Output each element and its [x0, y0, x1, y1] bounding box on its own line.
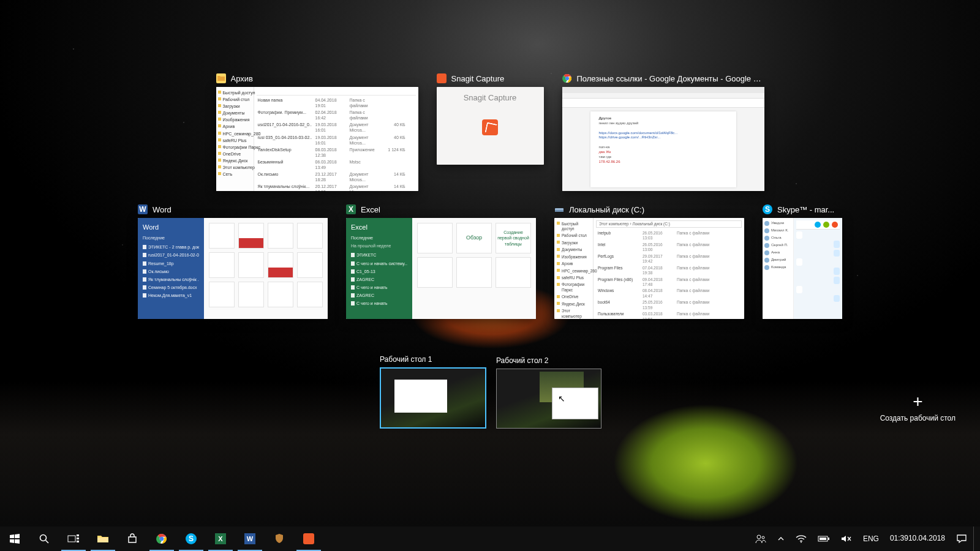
chrome-icon [156, 533, 167, 544]
svg-rect-10 [77, 541, 79, 542]
tray-overflow[interactable] [772, 527, 790, 551]
desktop-1[interactable]: Рабочий стол 1 [380, 355, 484, 429]
volume-mute-icon [841, 534, 852, 543]
tray-wifi[interactable] [791, 527, 812, 551]
tray-clock[interactable]: 01:39 10.04.2018 [885, 527, 950, 551]
window-thumb-localdisk[interactable]: Локальный диск (C:) Быстрый доступРабочи… [554, 204, 744, 319]
svg-rect-4 [555, 210, 564, 212]
snagit-icon [303, 533, 314, 544]
window-thumb-chrome[interactable]: Полезные ссылки - Google Документы - Goo… [562, 73, 764, 191]
snagit-icon [437, 73, 447, 83]
svg-rect-19 [820, 538, 826, 540]
svg-rect-9 [77, 538, 79, 539]
window-thumb-snagit[interactable]: Snagit Capture Snagit Capture [437, 73, 544, 191]
svg-rect-8 [77, 534, 79, 536]
taskbar: S X W ENG 01:39 [0, 527, 980, 551]
svg-point-14 [757, 535, 761, 539]
window-title: Word [153, 205, 172, 214]
excel-icon: X [215, 533, 226, 544]
window-title: Skype™ - mar... [777, 205, 834, 214]
tray-language[interactable]: ENG [858, 527, 884, 551]
desktop-2[interactable]: Рабочий стол 2 ↖ [496, 356, 600, 429]
svg-rect-18 [828, 538, 829, 540]
show-desktop-button[interactable] [973, 527, 978, 551]
tray-volume[interactable] [836, 527, 857, 551]
taskbar-app-word[interactable]: W [235, 527, 265, 551]
window-thumb-word[interactable]: W Word WordПоследниеЭТИКЕТС - 2 глава р.… [138, 204, 328, 319]
window-thumb-skype[interactable]: S Skype™ - mar... УведомМихаил К.ОльгаСе… [763, 204, 842, 319]
window-title: Excel [361, 205, 380, 214]
window-title: Snagit Capture [451, 74, 505, 83]
notification-icon [956, 534, 967, 544]
window-title: Локальный диск (C:) [569, 205, 644, 214]
windows-icon [10, 534, 20, 544]
tray-action-center[interactable] [951, 527, 972, 551]
word-icon: W [244, 533, 255, 544]
taskview-icon [67, 534, 80, 544]
window-thumb-excel[interactable]: X Excel ExcelПоследниеНа прошлой неделеЭ… [346, 204, 536, 319]
skype-icon: S [763, 204, 772, 214]
new-desktop-button[interactable]: + Создать рабочий стол [880, 392, 956, 422]
svg-line-6 [46, 541, 49, 544]
svg-rect-11 [97, 538, 108, 542]
svg-rect-7 [68, 536, 75, 542]
svg-point-16 [801, 542, 802, 543]
shield-icon [274, 533, 284, 544]
window-title: Архив [231, 74, 253, 83]
tray-people[interactable] [750, 527, 771, 551]
chrome-icon [562, 73, 572, 83]
skype-icon: S [186, 533, 197, 544]
search-button[interactable] [29, 527, 59, 551]
wifi-icon [796, 534, 807, 543]
chevron-up-icon [777, 535, 785, 542]
svg-point-13 [160, 537, 164, 541]
people-icon [755, 534, 766, 544]
taskbar-app-skype[interactable]: S [176, 527, 206, 551]
start-button[interactable] [0, 527, 29, 551]
battery-icon [818, 535, 830, 542]
drive-icon [554, 204, 564, 214]
taskbar-app-store[interactable] [118, 527, 147, 551]
window-title: Полезные ссылки - Google Документы - Goo… [577, 74, 764, 83]
taskbar-app-excel[interactable]: X [206, 527, 235, 551]
folder-icon [216, 73, 226, 83]
task-view: Архив Быстрый доступРабочий столЗагрузки… [0, 73, 980, 471]
store-icon [127, 533, 138, 544]
task-view-button[interactable] [59, 527, 88, 551]
plus-icon: + [880, 392, 956, 411]
snagit-logo-icon [482, 119, 498, 135]
taskbar-app-explorer[interactable] [88, 527, 118, 551]
word-icon: W [138, 204, 148, 214]
taskbar-app-shield[interactable] [265, 527, 294, 551]
virtual-desktops-strip: Рабочий стол 1 Рабочий стол 2 ↖ [380, 355, 600, 429]
svg-point-5 [40, 535, 47, 541]
window-thumb-archive[interactable]: Архив Быстрый доступРабочий столЗагрузки… [216, 73, 418, 191]
search-icon [39, 533, 50, 544]
taskbar-app-snagit[interactable] [294, 527, 323, 551]
excel-icon: X [346, 204, 356, 214]
svg-point-15 [762, 536, 764, 539]
tray-battery[interactable] [813, 527, 835, 551]
explorer-icon [97, 534, 108, 543]
taskbar-app-chrome[interactable] [147, 527, 176, 551]
